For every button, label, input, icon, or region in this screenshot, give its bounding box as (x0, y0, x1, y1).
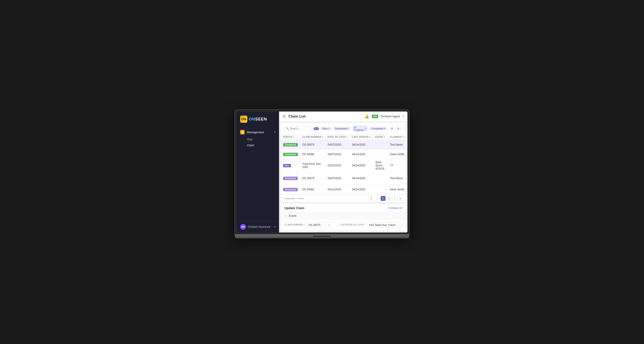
management-chevron: ▾ (274, 131, 276, 134)
cell-claim-number: OS 30075 (300, 140, 326, 150)
search-input[interactable] (290, 127, 310, 130)
cell-claimant: Kevin Smith (388, 150, 406, 159)
cell-last-update: 04/14/2020 (350, 150, 373, 159)
cell-date-of-loss: 04/11/2020 (326, 185, 350, 194)
cell-date-of-loss: 01/07/2020 (326, 159, 350, 172)
location-label: LOCATION OF LOSS * (340, 222, 366, 226)
page-first-button[interactable]: ⟨⟨ (369, 196, 374, 201)
page-next-button[interactable]: ⟩ (392, 196, 397, 201)
status-badge: Completed (283, 143, 298, 146)
cell-claimant: Kevin Smith (388, 185, 406, 194)
user-badge: ON (372, 115, 378, 118)
table-header-row: STATUS⇅ CLAIM NUMBER⇅ DATE OF LOSS⇅ LAST… (281, 134, 406, 140)
page-title: Claim List (288, 114, 362, 118)
org-dropdown-icon[interactable]: ▾ (274, 225, 276, 228)
cell-event: Wind Storm - 4/15/19 (373, 159, 388, 172)
cell-claimant: YT (388, 159, 406, 172)
form-left: CLAIM NUMBER * ⎘ DATE OF LOSS * (284, 222, 336, 231)
col-claimant: CLAIMANT⇅ (388, 134, 406, 140)
status-badge: Scheduled (283, 177, 298, 180)
cell-last-update: 04/14/2020 (350, 185, 373, 194)
claim-number-input-wrap: ⎘ (306, 222, 331, 228)
grid-view-button[interactable]: ⊞ (389, 126, 395, 131)
top-bar: ☰ Claim List 🔔 ON OnSeen Agent ▾ (279, 111, 408, 121)
cell-claimant: Test Name (388, 172, 406, 185)
sidebar-item-map[interactable]: Map (247, 136, 279, 142)
claims-table: STATUS⇅ CLAIM NUMBER⇅ DATE OF LOSS⇅ LAST… (281, 134, 406, 194)
cell-last-update: 04/14/2020 (350, 140, 373, 150)
filter-actions: ⊞ ⊗ (389, 126, 401, 131)
form-right: LOCATION OF LOSS * EVENT TYPE * Fire The… (336, 222, 402, 231)
cell-event (373, 150, 388, 159)
filter-completed-label: Completed (372, 127, 383, 130)
cell-date-of-loss: 04/07/2020 (326, 150, 350, 159)
search-box[interactable]: 🔍 (284, 126, 312, 131)
page-2-button[interactable]: 2 (386, 196, 391, 201)
col-date-of-loss: DATE OF LOSS⇅ (326, 134, 350, 140)
cell-claimant: Test Name (388, 140, 406, 150)
logo: ON ONSEEN (236, 111, 279, 126)
cell-last-update: 04/14/2020 (350, 172, 373, 185)
location-input-wrap (367, 222, 402, 228)
cell-claim-number: OS 30082 (300, 185, 326, 194)
main-content: ☰ Claim List 🔔 ON OnSeen Agent ▾ 🔍 (279, 111, 408, 233)
table-footer: 1 selected / 7 total ⟨⟨ ⟨ 1 2 ⟩ ⟩⟩ (281, 194, 406, 202)
cell-event (373, 185, 388, 194)
filter-tag-completed: Completed × (370, 127, 387, 130)
hamburger-icon[interactable]: ☰ (283, 114, 286, 118)
sidebar-item-management[interactable]: ▦ Management ▾ (236, 128, 279, 136)
table-area: 🔍 5+ New × Scheduled × I (281, 123, 406, 202)
filter-new-label: New (322, 127, 327, 130)
bell-icon[interactable]: 🔔 (365, 114, 369, 118)
filter-scheduled-label: Scheduled (335, 127, 346, 130)
table-row[interactable]: Completed OS 30075 04/07/2020 04/14/2020… (281, 140, 406, 150)
col-status: STATUS⇅ (281, 134, 300, 140)
filter-tag-scheduled: Scheduled × (333, 127, 350, 130)
claim-number-label: CLAIM NUMBER * (284, 222, 305, 226)
page-prev-button[interactable]: ⟨ (375, 196, 380, 201)
filter-completed-close[interactable]: × (384, 127, 385, 130)
org-avatar: ON (240, 224, 246, 230)
cell-date-of-loss: 04/07/2020 (326, 140, 350, 150)
cell-claim-number: OS 30080 (300, 150, 326, 159)
sidebar-item-claim[interactable]: Claim (247, 142, 279, 148)
page-last-button[interactable]: ⟩⟩ (398, 196, 403, 201)
col-event: EVENT⇅ (373, 134, 388, 140)
table-row[interactable]: Scheduled OS 30082 04/11/2020 04/14/2020… (281, 185, 406, 194)
filter-new-close[interactable]: × (328, 127, 330, 130)
filter-scheduled-close[interactable]: × (347, 127, 348, 130)
cell-event (373, 172, 388, 185)
location-input[interactable] (367, 222, 402, 228)
user-name: OnSeen Agent (381, 115, 400, 118)
logo-text: ONSEEN (249, 117, 267, 122)
filters-bar: 🔍 5+ New × Scheduled × I (281, 123, 406, 134)
cell-status: Scheduled (281, 185, 300, 194)
update-claim-area: Update Claim Collapse All — Event CLAIM … (281, 204, 406, 231)
table-row[interactable]: Scheduled OS 30079 04/07/2020 04/14/2020… (281, 172, 406, 185)
sidebar-subnav: Map Claim (236, 136, 279, 148)
table-row[interactable]: New Yunii Form Test 1001 01/07/2020 04/1… (281, 159, 406, 172)
event-section-title: Event (289, 214, 296, 218)
event-section-toggle[interactable]: — (284, 214, 287, 218)
location-field: LOCATION OF LOSS * (340, 222, 402, 228)
filter-count: 5+ (314, 127, 319, 130)
status-badge: Completed (283, 153, 298, 156)
status-badge: Scheduled (283, 188, 298, 191)
collapse-all-button[interactable]: Collapse All (388, 207, 402, 210)
copy-icon: ⎘ (328, 224, 330, 227)
cell-status: Scheduled (281, 172, 300, 185)
update-claim-title: Update Claim (284, 206, 304, 210)
user-dropdown-icon[interactable]: ▾ (402, 115, 404, 118)
sidebar: ON ONSEEN ▦ Management ▾ Map Claim ON (236, 111, 279, 233)
claim-number-field: CLAIM NUMBER * ⎘ (284, 222, 331, 228)
cell-last-update: 04/14/2020 (350, 159, 373, 172)
management-label: Management (247, 131, 264, 134)
filter-inprogress-close[interactable]: × (364, 127, 366, 130)
start-date-filter[interactable]: 📅 Start date (404, 125, 406, 132)
filter-clear-button[interactable]: ⊗ (396, 126, 401, 131)
cell-status: Completed (281, 140, 300, 150)
cell-status: New (281, 159, 300, 172)
claim-number-input[interactable] (306, 222, 331, 228)
page-1-button[interactable]: 1 (380, 196, 386, 201)
table-row[interactable]: Completed OS 30080 04/07/2020 04/14/2020… (281, 150, 406, 159)
